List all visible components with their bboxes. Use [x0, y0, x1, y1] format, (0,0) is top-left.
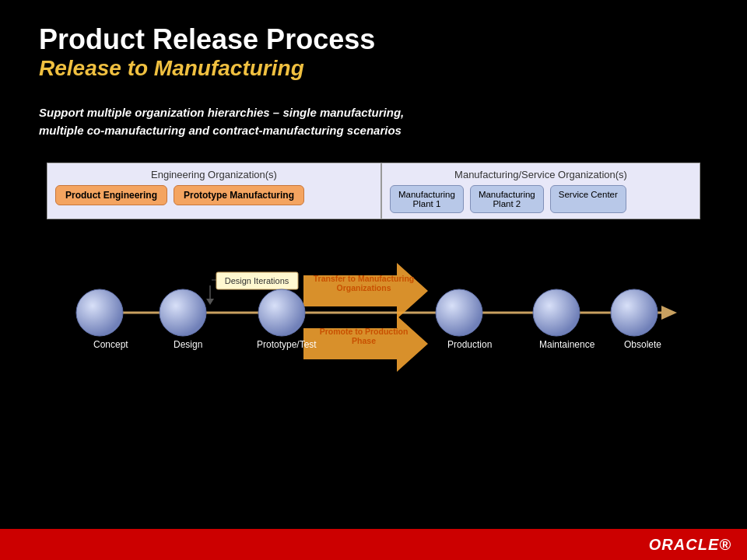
svg-text:Production: Production: [447, 339, 492, 350]
svg-point-13: [258, 289, 305, 336]
org-left-items: Product Engineering Prototype Manufactur…: [55, 185, 373, 205]
title-main: Product Release Process: [39, 23, 708, 56]
svg-point-19: [611, 289, 658, 336]
svg-point-11: [160, 289, 206, 336]
svg-point-15: [436, 289, 482, 336]
org-left: Engineering Organization(s) Product Engi…: [47, 163, 382, 219]
org-right-title: Manufacturing/Service Organization(s): [390, 169, 692, 180]
svg-text:Maintainence: Maintainence: [539, 339, 595, 350]
svg-marker-1: [661, 306, 677, 320]
svg-text:Prototype/Test: Prototype/Test: [257, 339, 317, 350]
service-center-box: Service Center: [550, 185, 626, 213]
footer: ORACLE®: [0, 529, 747, 560]
oracle-logo: ORACLE®: [649, 536, 731, 554]
slide: Product Release Process Release to Manuf…: [0, 0, 747, 560]
product-engineering-box: Product Engineering: [55, 185, 167, 205]
prototype-manufacturing-box: Prototype Manufacturing: [174, 185, 304, 205]
svg-text:Concept: Concept: [93, 339, 128, 350]
title-sub: Release to Manufacturing: [39, 56, 708, 81]
header: Product Release Process Release to Manuf…: [0, 0, 747, 89]
timeline-svg: Transfer to ManufacturingOrganizations P…: [47, 227, 700, 406]
svg-text:Design Iterations: Design Iterations: [225, 276, 289, 285]
description: Support multiple organization hierarchie…: [0, 89, 747, 155]
svg-marker-3: [206, 299, 214, 305]
org-right-items: ManufacturingPlant 1 ManufacturingPlant …: [390, 185, 692, 213]
mfg-plant-2-box: ManufacturingPlant 2: [470, 185, 544, 213]
org-right: Manufacturing/Service Organization(s) Ma…: [382, 163, 700, 219]
org-left-title: Engineering Organization(s): [55, 169, 373, 180]
svg-text:Design: Design: [174, 339, 202, 350]
timeline-container: Transfer to ManufacturingOrganizations P…: [47, 227, 700, 406]
svg-point-17: [533, 289, 580, 336]
org-container: Engineering Organization(s) Product Engi…: [47, 163, 700, 219]
svg-text:Obsolete: Obsolete: [624, 339, 661, 350]
mfg-plant-1-box: ManufacturingPlant 1: [390, 185, 464, 213]
svg-point-9: [76, 289, 123, 336]
